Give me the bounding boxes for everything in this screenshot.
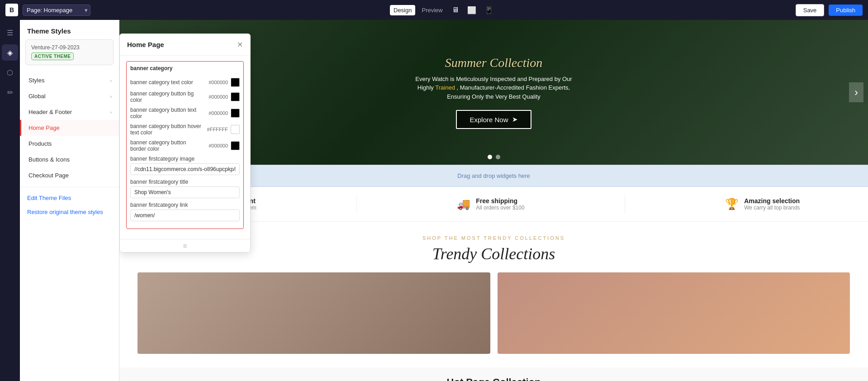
chevron-right-icon: ›: [110, 94, 112, 99]
sidebar-item-buttons-icons[interactable]: Buttons & Icons: [20, 152, 119, 167]
color-value-border: #000000: [204, 143, 228, 148]
collection-card-1[interactable]: [138, 272, 490, 354]
collection-card-2[interactable]: [498, 272, 850, 354]
panel-title: Home Page: [127, 41, 164, 48]
arrow-icon: ➤: [512, 115, 518, 124]
panel-close-button[interactable]: ✕: [237, 40, 243, 49]
hot-collection-title: Hot Page Collection: [138, 376, 850, 381]
image-input-row: banner firstcategory image: [130, 156, 240, 175]
color-row-border: banner category button border color #000…: [130, 139, 240, 152]
scroll-indicator: ≡: [120, 239, 250, 252]
color-row-btn-bg: banner category button bg color #000000: [130, 90, 240, 103]
color-swatch-text[interactable]: [231, 78, 240, 87]
color-value-hover-text: #FFFFFF: [204, 127, 228, 132]
sidebar-item-homepage[interactable]: Home Page: [20, 120, 119, 136]
feature-amazing-selection: 🏆 Amazing selection We carry all top bra…: [725, 197, 800, 211]
design-tab[interactable]: Design: [390, 5, 415, 15]
theme-sidebar-title: Theme Styles: [20, 20, 119, 39]
amazing-selection-icon: 🏆: [725, 198, 739, 210]
homepage-panel: Home Page ✕ banner category banner categ…: [119, 33, 251, 252]
title-input-label: banner firstcategory title: [130, 179, 240, 185]
tablet-view-btn[interactable]: ⬜: [465, 4, 479, 16]
color-swatch-border[interactable]: [231, 141, 240, 150]
canvas-area: Home Page ✕ banner category banner categ…: [119, 20, 868, 381]
color-row-hover-text: banner category button hover text color …: [130, 123, 240, 136]
free-shipping-icon: 🚚: [457, 198, 470, 210]
hero-next-button[interactable]: ›: [849, 82, 863, 102]
color-row-btn-text: banner category button text color #00000…: [130, 107, 240, 119]
collections-grid: [138, 272, 850, 354]
link-input-label: banner firstcategory link: [130, 202, 240, 208]
title-input[interactable]: [130, 186, 240, 198]
link-input-row: banner firstcategory link: [130, 202, 240, 221]
chevron-right-icon: ›: [110, 78, 112, 83]
hero-highlight-text: Trained: [435, 84, 455, 91]
hero-dot-2[interactable]: [496, 155, 500, 159]
hero-dot-1[interactable]: [488, 155, 492, 159]
panel-banner-category-section: banner category banner category text col…: [126, 61, 244, 229]
sidebar-icon-menu[interactable]: ☰: [2, 24, 18, 41]
sidebar-item-global[interactable]: Global ›: [20, 88, 119, 104]
color-row-text: banner category text color #000000: [130, 78, 240, 87]
app-logo: B: [5, 4, 18, 16]
sidebar-divider: [20, 187, 119, 187]
color-label-text: banner category text color: [130, 79, 202, 86]
feature-divider-1: [356, 195, 357, 213]
active-theme-badge: ACTIVE THEME: [31, 52, 74, 60]
sidebar-icon-layers[interactable]: ◈: [2, 44, 18, 61]
page-selector-wrap: Page: Homepage: [23, 5, 90, 16]
hot-collection-section: Hot Page Collection: [119, 367, 868, 381]
main-layout: ☰ ◈ ⬡ ✏ Theme Styles Venture-27-09-2023 …: [0, 20, 868, 381]
sidebar-icon-components[interactable]: ⬡: [2, 64, 18, 81]
link-input[interactable]: [130, 210, 240, 221]
save-button[interactable]: Save: [796, 4, 825, 16]
feature-free-shipping: 🚚 Free shipping All orders over $100: [457, 197, 524, 211]
hero-subtitle: Every Watch is Meticulously Inspected an…: [413, 75, 575, 101]
feature-sub-selection: We carry all top brands: [744, 205, 800, 211]
color-label-btn-bg: banner category button bg color: [130, 90, 202, 103]
restore-theme-link[interactable]: Restore original theme styles: [20, 205, 119, 219]
sidebar-item-checkout[interactable]: Checkout Page: [20, 167, 119, 183]
sidebar-item-products[interactable]: Products: [20, 136, 119, 152]
color-swatch-btn-text[interactable]: [231, 109, 240, 118]
feature-divider-2: [625, 195, 625, 213]
sidebar-icon-edit[interactable]: ✏: [2, 84, 18, 100]
color-swatch-hover-text[interactable]: [231, 125, 240, 134]
title-input-row: banner firstcategory title: [130, 179, 240, 198]
color-label-btn-text: banner category button text color: [130, 107, 202, 119]
chevron-right-icon: ›: [110, 110, 112, 115]
color-label-border: banner category button border color: [130, 139, 202, 152]
sidebar-item-header-footer[interactable]: Header & Footer ›: [20, 104, 119, 120]
edit-theme-files-link[interactable]: Edit Theme Files: [20, 191, 119, 205]
panel-section-title: banner category: [130, 65, 240, 73]
feature-title-shipping: Free shipping: [476, 197, 524, 205]
page-selector[interactable]: Page: Homepage: [23, 5, 90, 16]
sidebar-item-styles[interactable]: Styles ›: [20, 72, 119, 88]
mobile-view-btn[interactable]: 📱: [482, 4, 496, 16]
hero-content: Summer Collection Every Watch is Meticul…: [403, 47, 584, 138]
feature-sub-shipping: All orders over $100: [476, 205, 524, 211]
desktop-view-btn[interactable]: 🖥: [449, 4, 462, 16]
hero-title: Summer Collection: [413, 56, 575, 70]
icon-sidebar: ☰ ◈ ⬡ ✏: [0, 20, 20, 381]
image-input-label: banner firstcategory image: [130, 156, 240, 162]
color-value-btn-text: #000000: [204, 110, 228, 116]
panel-body: banner category banner category text col…: [120, 56, 250, 239]
theme-info-card: Venture-27-09-2023 ACTIVE THEME: [25, 39, 114, 65]
hero-dots: [488, 155, 500, 159]
color-swatch-btn-bg[interactable]: [231, 92, 240, 101]
explore-now-button[interactable]: Explore Now ➤: [456, 110, 531, 129]
drag-drop-text: Drag and drop widgets here: [457, 172, 530, 179]
view-controls: Design Preview 🖥 ⬜ 📱: [390, 4, 496, 16]
image-input[interactable]: [130, 163, 240, 175]
color-value-text: #000000: [204, 80, 228, 85]
theme-sidebar: Theme Styles Venture-27-09-2023 ACTIVE T…: [20, 20, 119, 381]
sidebar-nav: Styles › Global › Header & Footer › Home…: [20, 70, 119, 222]
publish-button[interactable]: Publish: [829, 5, 863, 16]
color-value-btn-bg: #000000: [204, 94, 228, 100]
color-label-hover-text: banner category button hover text color: [130, 123, 202, 136]
theme-name: Venture-27-09-2023: [31, 44, 108, 51]
panel-header: Home Page ✕: [120, 34, 250, 56]
top-bar: B Page: Homepage Design Preview 🖥 ⬜ 📱 Sa…: [0, 0, 868, 20]
preview-tab[interactable]: Preview: [418, 5, 446, 15]
